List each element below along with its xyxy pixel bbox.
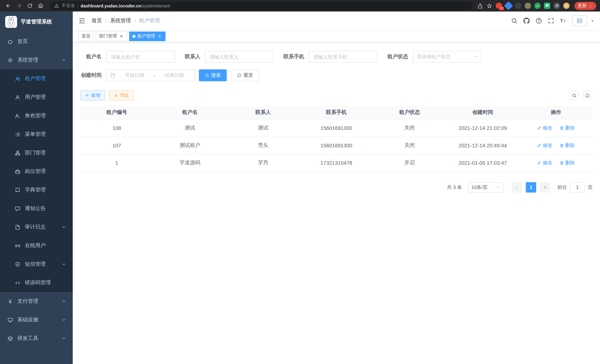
edit-button[interactable]: 修改 [537, 142, 552, 149]
extension-green-check[interactable] [534, 3, 541, 9]
prev-page-button[interactable] [512, 182, 522, 192]
mobile-input[interactable] [309, 51, 378, 63]
user-icon [15, 94, 20, 100]
extension-green-check-glyph [535, 4, 540, 8]
export-button[interactable]: 导出 [109, 90, 134, 101]
tag-dept-management[interactable]: 部门管理× [96, 31, 127, 41]
extension-red[interactable]: 10 [496, 3, 502, 9]
sidebar-item-error-code-management[interactable]: 错误码管理 [0, 273, 73, 292]
date-range-picker[interactable]: 开始日期 - 结束日期 [106, 69, 195, 81]
browser-back-button[interactable] [4, 1, 13, 10]
sidebar-item-user-management[interactable]: 用户管理 [0, 88, 73, 106]
edit-button[interactable]: 修改 [537, 159, 552, 166]
update-button[interactable]: 更新 [574, 2, 596, 10]
github-icon[interactable] [523, 18, 530, 24]
sidebar-item-infrastructure[interactable]: 基础设施 [0, 311, 73, 329]
status-select[interactable]: 请选择租户状态 [412, 51, 482, 63]
extension-blue[interactable] [504, 1, 513, 10]
edit-icon [537, 126, 542, 130]
sidebar-item-dept-management[interactable]: 部门管理 [0, 144, 73, 162]
extension-green-chat-glyph [545, 4, 549, 8]
sidebar-item-sms-management[interactable]: 短信管理 [0, 255, 73, 273]
chevron-up-icon [62, 58, 66, 62]
address-bar[interactable]: 不安全 dashboard.yudao.iocoder.cn/system/te… [50, 1, 473, 10]
goto-page-input[interactable] [570, 182, 585, 192]
extension-olive[interactable] [525, 3, 531, 9]
sidebar-menu: 首页系统管理租户管理用户管理角色管理菜单管理部门管理岗位管理字典管理通知公告审计… [0, 32, 73, 348]
edit-button[interactable]: 修改 [537, 124, 552, 131]
table-row: 1 芋道源码 芋艿 17321315478 开启 2021-01-05 17:0… [80, 154, 593, 171]
sidebar-item-notice-announcement[interactable]: 通知公告 [0, 199, 73, 218]
browser-home-button[interactable] [36, 1, 45, 10]
sidebar-item-role-management[interactable]: 角色管理 [0, 106, 73, 125]
breadcrumb-item[interactable]: 系统管理 [110, 18, 131, 24]
app-logo: 芋道管理系统 [0, 11, 73, 32]
reset-button[interactable]: 重置 [231, 69, 259, 81]
close-tag-icon[interactable]: × [119, 34, 124, 39]
refresh-table-button[interactable] [582, 90, 593, 100]
page-number-1[interactable]: 1 [526, 182, 536, 192]
breadcrumb-item[interactable]: 首页 [92, 18, 102, 24]
extension-green-chat[interactable] [544, 3, 550, 9]
tenant-name-input[interactable] [106, 51, 175, 63]
tag-home[interactable]: 首页 [78, 31, 94, 41]
infra-icon [7, 317, 13, 323]
cell-created-time: 2021-12-14 21:02:09 [446, 119, 519, 137]
page-content: 租户名 联系人 联系手机 租户状态 请选择租户状态 [73, 43, 600, 364]
sidebar-item-dict-management[interactable]: 字典管理 [0, 181, 73, 199]
browser-toolbar-right: 10 更新 [477, 2, 596, 10]
date-start-input[interactable]: 开始日期 [118, 72, 151, 79]
profile-avatar[interactable] [563, 3, 570, 9]
sidebar-item-label: 系统管理 [18, 57, 38, 64]
sidebar-item-dev-tools[interactable]: 研发工具 [0, 329, 73, 348]
sidebar-fold-icon[interactable] [78, 17, 86, 25]
close-tag-icon[interactable]: × [157, 34, 162, 39]
delete-button[interactable]: 删除 [560, 142, 575, 149]
date-end-input[interactable]: 结束日期 [157, 72, 191, 79]
breadcrumb-item: 租户管理 [139, 18, 160, 24]
table-header-row: 租户编号租户名联系人联系手机租户状态创建时间操作 [80, 106, 593, 119]
sidebar-item-home[interactable]: 首页 [0, 32, 73, 51]
tag-tenant-management[interactable]: 租户管理× [129, 31, 166, 41]
sidebar-item-audit-log[interactable]: 审计日志 [0, 218, 73, 236]
cell-contact: 秃头 [226, 137, 300, 154]
browser-chrome: 不安全 dashboard.yudao.iocoder.cn/system/te… [0, 0, 600, 11]
chevron-down-icon [62, 299, 66, 304]
tag-label: 租户管理 [137, 33, 155, 39]
sidebar-item-label: 错误码管理 [25, 280, 51, 286]
header-search-icon[interactable] [511, 18, 518, 24]
sidebar-item-menu-management[interactable]: 菜单管理 [0, 125, 73, 144]
menu-icon [15, 131, 20, 137]
contact-input[interactable] [205, 51, 274, 63]
extension-pin[interactable] [554, 3, 560, 9]
toggle-search-button[interactable] [569, 90, 579, 100]
fullscreen-icon[interactable] [548, 18, 554, 24]
search-button[interactable]: 搜索 [199, 69, 227, 81]
page-size-select[interactable]: 10条/页 [468, 182, 503, 192]
font-size-icon[interactable]: TT [560, 18, 567, 24]
tenant-table: 租户编号租户名联系人联系手机租户状态创建时间操作 108 测试 测试 15601… [80, 106, 593, 172]
user-avatar[interactable] [572, 15, 587, 26]
browser-reload-button[interactable] [25, 1, 35, 10]
cell-tenant-id: 1 [80, 154, 153, 171]
refresh-icon [585, 93, 590, 98]
sidebar-item-online-users[interactable]: 在线用户 [0, 236, 73, 255]
add-button[interactable]: 新增 [80, 90, 105, 101]
sidebar-item-tenant-management[interactable]: 租户管理 [0, 69, 73, 88]
browser-forward-button[interactable] [14, 1, 24, 10]
sidebar-item-label: 支付管理 [18, 298, 38, 305]
forward-icon [16, 3, 22, 9]
bookmark-star-icon[interactable] [487, 3, 492, 9]
sidebar-item-post-management[interactable]: 岗位管理 [0, 162, 73, 181]
share-icon[interactable] [477, 3, 483, 9]
docs-help-icon[interactable] [535, 18, 542, 24]
cell-tenant-name: 测试租户 [153, 137, 227, 154]
column-header: 租户名 [153, 106, 227, 119]
extension-dark[interactable] [515, 3, 521, 9]
delete-button[interactable]: 删除 [560, 159, 575, 166]
delete-button[interactable]: 删除 [560, 124, 575, 131]
sidebar-item-pay-management[interactable]: 支付管理 [0, 292, 73, 311]
sidebar-item-system-management[interactable]: 系统管理 [0, 51, 73, 69]
next-page-button[interactable] [540, 182, 550, 192]
avatar-caret-down-icon[interactable] [590, 19, 594, 23]
